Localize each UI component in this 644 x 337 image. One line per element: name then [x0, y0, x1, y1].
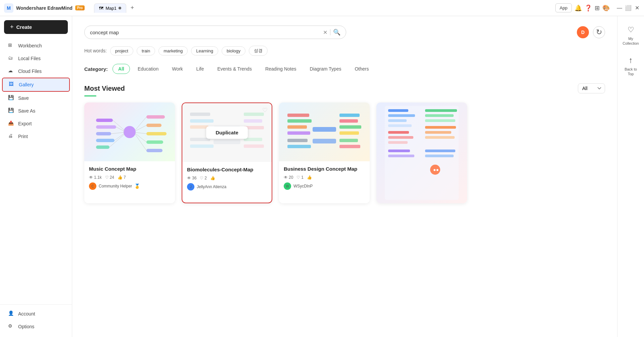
- hot-tag-korean[interactable]: 성경: [249, 46, 268, 56]
- app-logo-icon: M: [7, 5, 11, 11]
- sidebar-item-export[interactable]: 📤 Export: [2, 117, 70, 130]
- svg-rect-7: [146, 124, 162, 127]
- main-content: ✕ 🔍 D ↻ Hot words: project train marketi…: [72, 16, 617, 337]
- card-body-bio: Biomolecules-Concept-Map 👁 36 ♡ 2 👍: [182, 162, 272, 195]
- card-music-concept-map[interactable]: Music Concept Map 👁 1.1k ♡ 24 👍 7: [84, 102, 175, 203]
- svg-rect-1: [96, 119, 113, 122]
- create-button[interactable]: + Create: [4, 20, 68, 34]
- sidebar-item-save-as[interactable]: 💾 Save As: [2, 104, 70, 117]
- card-thumb-bio: ♡ Duplicate: [182, 103, 272, 162]
- skin-icon[interactable]: 🎨: [602, 4, 610, 12]
- views-count-music: 1.1k: [94, 175, 102, 180]
- back-to-top-button[interactable]: ↑ Back to Top: [620, 51, 641, 81]
- svg-rect-48: [388, 109, 408, 112]
- tab-area: 🗺 Map1 +: [94, 3, 137, 13]
- card-heart-icon[interactable]: ♡: [262, 107, 268, 114]
- notification-icon[interactable]: 🔔: [574, 4, 582, 12]
- app-body: + Create ⊞ Workbench 🗂 Local Files ☁ Clo…: [0, 16, 644, 337]
- svg-rect-40: [339, 125, 361, 129]
- category-diagram-types[interactable]: Diagram Types: [304, 64, 347, 74]
- svg-rect-50: [388, 119, 407, 122]
- thumbs-icon-biz: 👍: [307, 175, 312, 180]
- search-wrapper: ✕ 🔍 D ↻: [84, 26, 605, 39]
- card-fourth[interactable]: ●●: [376, 102, 467, 203]
- my-collection-button[interactable]: ♡ My Collection: [620, 22, 641, 50]
- svg-rect-9: [146, 140, 163, 144]
- section-filter: All Week Month: [578, 83, 605, 93]
- svg-rect-41: [339, 131, 359, 135]
- svg-rect-46: [339, 145, 360, 148]
- hot-tag-marketing[interactable]: marketing: [158, 46, 188, 55]
- refresh-button[interactable]: ↻: [593, 26, 605, 38]
- sidebar-item-save-as-label: Save As: [18, 108, 35, 114]
- category-reading-notes[interactable]: Reading Notes: [260, 64, 302, 74]
- card-title-biz: Business Design Concept Map: [284, 165, 365, 172]
- hot-tag-project[interactable]: project: [110, 46, 133, 55]
- search-clear-icon[interactable]: ✕: [323, 29, 327, 36]
- category-life[interactable]: Life: [191, 64, 210, 74]
- sidebar-item-account[interactable]: 👤 Account: [2, 307, 70, 320]
- sidebar-item-options[interactable]: ⚙ Options: [2, 320, 70, 333]
- svg-rect-59: [425, 131, 451, 134]
- stat-likes-biz: ♡ 1: [296, 175, 304, 180]
- sidebar-item-save[interactable]: 💾 Save: [2, 92, 70, 104]
- card-business-design[interactable]: Business Design Concept Map 👁 20 ♡ 1 👍: [279, 102, 370, 203]
- category-events-trends[interactable]: Events & Trends: [212, 64, 258, 74]
- views-count-bio: 36: [192, 176, 196, 180]
- svg-line-13: [111, 132, 124, 134]
- card-author-music: C Community Helper 🥇: [89, 182, 170, 190]
- stat-thumbs-biz: 👍: [307, 175, 312, 180]
- app-name: Wondershare EdrawMind: [16, 5, 73, 11]
- card-author-bio: J JellyAnn Atienza: [187, 183, 267, 191]
- help-button[interactable]: ❓: [585, 4, 592, 12]
- svg-rect-52: [388, 131, 409, 134]
- svg-rect-56: [425, 114, 454, 117]
- apps-grid-icon[interactable]: ⊞: [595, 4, 600, 12]
- close-button[interactable]: ✕: [634, 5, 640, 11]
- category-others[interactable]: Others: [349, 64, 374, 74]
- workbench-icon: ⊞: [8, 42, 15, 49]
- pro-badge: Pro: [75, 5, 85, 10]
- filter-dropdown[interactable]: All Week Month: [578, 83, 605, 93]
- likes-icon-bio: ♡: [200, 176, 203, 180]
- sidebar-item-local-files[interactable]: 🗂 Local Files: [2, 52, 70, 65]
- svg-rect-2: [96, 125, 116, 129]
- svg-rect-43: [287, 139, 308, 142]
- shares-icon-music: 👍: [118, 175, 123, 180]
- hot-tag-biology[interactable]: biology: [222, 46, 245, 55]
- author-badge-music: 🥇: [134, 183, 140, 189]
- maximize-button[interactable]: ⬜: [625, 5, 631, 11]
- minimize-button[interactable]: —: [616, 5, 623, 11]
- svg-line-20: [135, 134, 146, 151]
- category-all[interactable]: All: [112, 64, 130, 74]
- svg-rect-36: [287, 125, 307, 129]
- hot-tag-learning[interactable]: Learning: [191, 46, 218, 55]
- sidebar-item-cloud-files-label: Cloud Files: [18, 69, 42, 74]
- section-header: Most Viewed All Week Month: [84, 83, 605, 93]
- card-biomolecules[interactable]: ♡ Duplicate Biomolecules-Concept-Map 👁 3…: [182, 102, 272, 203]
- app-button[interactable]: App: [555, 3, 572, 12]
- tab-map1[interactable]: 🗺 Map1: [94, 3, 126, 13]
- music-mindmap-svg: [89, 105, 170, 159]
- sidebar-item-print[interactable]: 🖨 Print: [2, 130, 70, 143]
- category-education[interactable]: Education: [132, 64, 164, 74]
- new-tab-button[interactable]: +: [128, 3, 137, 13]
- sidebar-item-workbench[interactable]: ⊞ Workbench: [2, 39, 70, 52]
- search-input[interactable]: [90, 30, 323, 35]
- hot-tag-train[interactable]: train: [137, 46, 155, 55]
- svg-rect-6: [146, 115, 165, 119]
- sidebar-item-print-label: Print: [18, 134, 28, 139]
- export-icon: 📤: [8, 120, 15, 127]
- views-icon-biz: 👁: [284, 175, 288, 180]
- sidebar-item-gallery[interactable]: 🖼 Gallery: [2, 78, 70, 92]
- sidebar-item-cloud-files[interactable]: ☁ Cloud Files: [2, 65, 70, 78]
- search-user-avatar[interactable]: D: [577, 26, 589, 38]
- duplicate-button[interactable]: Duplicate: [206, 126, 248, 139]
- stat-shares-music: 👍 7: [118, 175, 126, 180]
- svg-line-19: [135, 133, 146, 142]
- search-submit-icon[interactable]: 🔍: [333, 29, 340, 36]
- duplicate-overlay: ♡ Duplicate: [182, 103, 272, 162]
- category-work[interactable]: Work: [166, 64, 188, 74]
- save-icon: 💾: [8, 95, 15, 101]
- stat-thumbs-bio: 👍: [210, 176, 215, 180]
